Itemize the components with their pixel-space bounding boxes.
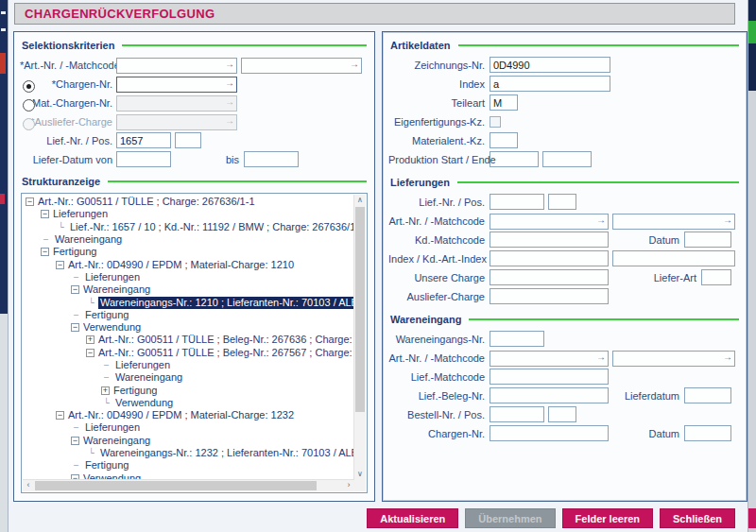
- kd-art-index-input[interactable]: [612, 250, 735, 266]
- eigenfertigungs-kz-checkbox[interactable]: [490, 116, 501, 128]
- chargen-nr-radio[interactable]: [23, 80, 35, 93]
- index-input[interactable]: [490, 250, 609, 266]
- art-matchcode-label: Art.-Nr. / -Matchcode: [388, 352, 490, 364]
- collapse-icon[interactable]: [71, 437, 79, 445]
- vertical-scroll-thumb[interactable]: [355, 207, 365, 412]
- matchcode-input[interactable]: [612, 351, 735, 367]
- tree-item[interactable]: Art.-Nr.: 0D4990 / EPDM ; Material-Charg…: [23, 258, 353, 270]
- tree-item-label: Lieferungen: [83, 271, 142, 283]
- lookup-arrow-icon[interactable]: →: [723, 214, 732, 226]
- collapse-icon[interactable]: [56, 411, 64, 420]
- tree-item[interactable]: Art.-Nr.: G00511 / TÜLLE ; Beleg-Nr.: 26…: [23, 334, 353, 346]
- expand-icon[interactable]: [101, 386, 110, 395]
- row-teileart: Teileart: [388, 94, 741, 111]
- liefer-datum-von-input[interactable]: [116, 151, 171, 167]
- unsere-charge-label: Unsere Charge: [388, 272, 490, 283]
- lookup-arrow-icon[interactable]: →: [723, 351, 732, 363]
- lief-matchcode-input[interactable]: [490, 369, 609, 385]
- art-nr-input[interactable]: [116, 58, 237, 74]
- produktion-ende-input[interactable]: [542, 151, 592, 167]
- kd-matchcode-input[interactable]: [490, 232, 609, 248]
- wareneingangs-nr-input[interactable]: [490, 331, 544, 347]
- chargen-nr-input[interactable]: [490, 425, 609, 441]
- lief-pos-input[interactable]: [548, 194, 576, 210]
- tree-item[interactable]: Verwendung: [23, 397, 353, 409]
- lief-nr-input[interactable]: [116, 132, 171, 148]
- art-nr-input[interactable]: [490, 351, 609, 367]
- tree-horizontal-scrollbar[interactable]: ‹ ›: [23, 479, 354, 491]
- lief-nr-input[interactable]: [490, 194, 544, 210]
- tree-item[interactable]: Wareneingang: [23, 233, 353, 246]
- tree-vertical-scrollbar[interactable]: ∧ ∨: [353, 195, 366, 480]
- lookup-arrow-icon[interactable]: →: [225, 58, 234, 70]
- tree-item[interactable]: Art.-Nr.: G00511 / TÜLLE ; Beleg-Nr.: 26…: [23, 347, 353, 359]
- liefer-datum-bis-input[interactable]: [244, 151, 299, 167]
- materialent-kz-input[interactable]: [490, 132, 518, 148]
- collapse-icon[interactable]: [71, 323, 79, 332]
- tree-item[interactable]: Fertigung: [23, 309, 353, 321]
- collapse-icon[interactable]: [71, 285, 79, 294]
- horizontal-scroll-thumb[interactable]: [35, 481, 317, 490]
- lieferdatum-input[interactable]: [684, 387, 731, 403]
- row-lief-matchcode: Lief.-Matchcode: [388, 369, 741, 385]
- lief-beleg-nr-input[interactable]: [490, 387, 609, 403]
- expand-icon[interactable]: [86, 335, 94, 344]
- teileart-input[interactable]: [490, 94, 518, 111]
- produktion-start-input[interactable]: [490, 151, 539, 167]
- matchcode-input[interactable]: [241, 58, 362, 74]
- scroll-left-icon[interactable]: ‹: [23, 480, 34, 491]
- bestell-pos-input[interactable]: [548, 406, 576, 422]
- aktualisieren-button[interactable]: Aktualisieren: [367, 508, 458, 528]
- tree-item[interactable]: Fertigung: [23, 246, 353, 258]
- art-nr-input[interactable]: [490, 214, 609, 230]
- wareneingangs-nr-label: Wareneingangs-Nr.: [388, 334, 490, 345]
- tree-item[interactable]: Wareneingang: [23, 283, 353, 296]
- ausliefer-charge-input[interactable]: [490, 288, 609, 304]
- matchcode-input[interactable]: [612, 214, 735, 230]
- row-mat-chargen-nr: *Mat.-Chargen-Nr. →: [20, 94, 369, 111]
- tree-item[interactable]: Verwendung: [23, 321, 353, 334]
- collapse-icon[interactable]: [26, 197, 34, 206]
- collapse-icon[interactable]: [56, 261, 64, 269]
- liefer-art-input[interactable]: [701, 269, 731, 285]
- lieferdatum-label: Lieferdatum: [625, 390, 679, 402]
- tree-item[interactable]: Fertigung: [23, 384, 353, 396]
- collapse-icon[interactable]: [41, 210, 49, 218]
- tree-item[interactable]: Wareneingang: [23, 371, 353, 384]
- lookup-arrow-icon[interactable]: →: [225, 77, 234, 89]
- tree-item[interactable]: Lief.-Nr.: 1657 / 10 ; Kd.-Nr.: 11192 / …: [23, 221, 353, 233]
- datum-input[interactable]: [684, 232, 731, 248]
- index-input[interactable]: [490, 76, 610, 92]
- chargen-nr-input[interactable]: [116, 77, 237, 93]
- tree-item[interactable]: Wareneingang: [23, 435, 353, 447]
- tree-item[interactable]: Lieferungen: [23, 271, 353, 283]
- mat-chargen-nr-radio[interactable]: [23, 99, 35, 112]
- bestell-nr-input[interactable]: [490, 406, 544, 422]
- lief-pos-input[interactable]: [175, 132, 201, 148]
- uebernehmen-button[interactable]: Übernehmen: [465, 508, 555, 528]
- tree-item[interactable]: Lieferungen: [23, 208, 353, 220]
- tree-item[interactable]: Art.-Nr.: 0D4990 / EPDM ; Material-Charg…: [23, 409, 353, 421]
- collapse-icon[interactable]: [41, 248, 49, 256]
- felder-leeren-button[interactable]: Felder leeren: [562, 508, 653, 528]
- lookup-arrow-icon[interactable]: →: [596, 214, 606, 226]
- tree-item[interactable]: Lieferungen: [23, 359, 353, 371]
- scroll-up-icon[interactable]: ∧: [354, 195, 366, 206]
- scroll-down-icon[interactable]: ∨: [354, 469, 366, 480]
- datum-input[interactable]: [684, 425, 731, 441]
- tree-item[interactable]: Art.-Nr.: G00511 / TÜLLE ; Charge: 26763…: [23, 196, 353, 208]
- tree-item-label: Lieferungen: [113, 359, 172, 371]
- zeichnungs-nr-input[interactable]: [490, 57, 610, 73]
- tree-item[interactable]: Fertigung: [23, 459, 353, 472]
- scroll-right-icon[interactable]: ›: [343, 480, 354, 491]
- tree-item[interactable]: Wareneingangs-Nr.: 1232 ; Lieferanten-Nr…: [23, 447, 353, 459]
- section-divider: [458, 44, 739, 46]
- tree-item[interactable]: Lieferungen: [23, 421, 353, 434]
- chargenrueckverfolgung-dialog: CHARGENRÜCKVERFOLGUNG Selektionskriterie…: [8, 0, 748, 532]
- lookup-arrow-icon[interactable]: →: [350, 58, 359, 70]
- collapse-icon[interactable]: [86, 349, 94, 357]
- schliessen-button[interactable]: Schließen: [660, 508, 735, 528]
- unsere-charge-input[interactable]: [490, 269, 609, 285]
- tree-item[interactable]: Wareneingangs-Nr.: 1210 ; Lieferanten-Nr…: [23, 296, 353, 308]
- lookup-arrow-icon[interactable]: →: [596, 351, 606, 363]
